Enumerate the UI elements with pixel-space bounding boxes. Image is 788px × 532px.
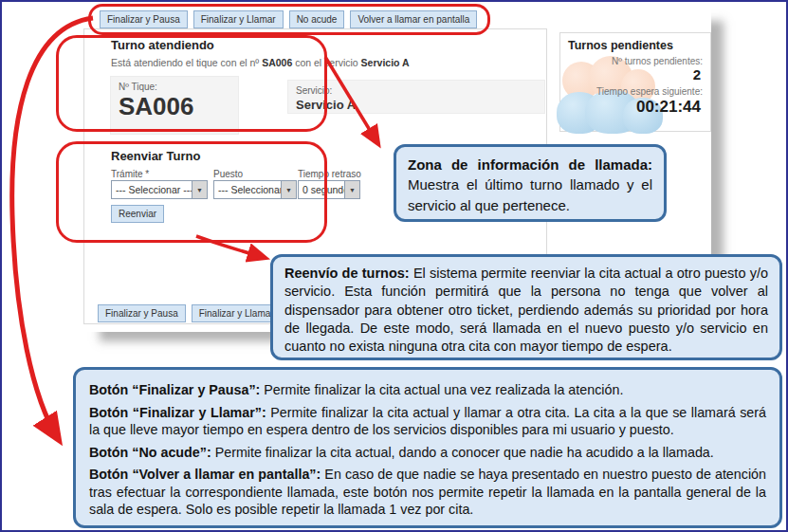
- pending-title: Turnos pendientes: [568, 39, 673, 52]
- pending-turns-panel: Turnos pendientes Nº turnos pendientes: …: [559, 32, 711, 132]
- top-toolbar: Finalizar y Pausa Finalizar y Llamar No …: [100, 10, 477, 28]
- puesto-value: --- Seleccionar ---: [214, 184, 281, 195]
- callout-text: Permite finalizar la cita actual, dando …: [211, 445, 714, 460]
- reenviar-button[interactable]: Reenviar: [111, 205, 164, 223]
- callout-reenvio-turnos: Reenvío de turnos: El sistema permite re…: [270, 254, 782, 360]
- pending-count-label: Nº turnos pendientes:: [612, 56, 703, 66]
- volver-llamar-button[interactable]: Volver a llamar en pantalla: [350, 10, 477, 28]
- callout-bold: Botón “No acude”:: [89, 445, 211, 460]
- attending-subtitle: Está atendiendo el tique con el nº SA006…: [111, 57, 410, 68]
- tramite-select[interactable]: --- Seleccionar --- ▼: [111, 180, 208, 199]
- wait-time-label: Tiempo espera siguiente:: [596, 86, 703, 97]
- finalizar-llamar-button[interactable]: Finalizar y Llamar: [193, 10, 284, 28]
- callout-bold: Botón “Volver a llamar en pantalla”:: [89, 467, 321, 482]
- callout-text: Permite finalizar la cita actual una vez…: [260, 382, 623, 397]
- wait-time-value: 00:21:44: [636, 98, 701, 117]
- callout-bold: Reenvío de turnos:: [284, 266, 410, 281]
- callout-text: Muestra el último turno llamado y el ser…: [408, 176, 652, 212]
- callout-bold: Botón “Finalizar y Llamar”:: [89, 405, 266, 420]
- pending-count-value: 2: [693, 66, 701, 83]
- callout-paragraph: Zona de información de llamada: Muestra …: [408, 155, 652, 215]
- callout-paragraph: Botón “Finalizar y Llamar”: Permite fina…: [89, 404, 766, 439]
- turno-atendiendo-title: Turno atendiendo: [111, 38, 214, 52]
- callout-paragraph: Reenvío de turnos: El sistema permite re…: [284, 265, 768, 356]
- subtitle-text: Está atendiendo el tique con el nº: [111, 57, 262, 68]
- puesto-select[interactable]: --- Seleccionar --- ▼: [213, 180, 297, 199]
- finalizar-pausa-button[interactable]: Finalizar y Pausa: [100, 10, 188, 28]
- callout-zona-informacion: Zona de información de llamada: Muestra …: [394, 144, 667, 222]
- puesto-label: Puesto: [213, 169, 243, 179]
- dropdown-arrow-icon: ▼: [344, 181, 359, 198]
- dropdown-arrow-icon: ▼: [192, 181, 207, 198]
- tramite-label: Trámite *: [111, 169, 149, 179]
- subtitle-service: Servicio A: [361, 57, 410, 68]
- callout-paragraph: Botón “Finalizar y Pausa”: Permite final…: [89, 381, 766, 399]
- manual-page: Finalizar y Pausa Finalizar y Llamar No …: [0, 0, 788, 532]
- ticket-number-box: Nº Tique: SA006: [110, 76, 239, 135]
- finalizar-llamar-button-bottom[interactable]: Finalizar y Llamar: [192, 304, 282, 322]
- callout-bold: Zona de información de llamada:: [408, 156, 652, 173]
- callout-botones: Botón “Finalizar y Pausa”: Permite final…: [73, 367, 782, 528]
- tiempo-retraso-select[interactable]: 0 segundos ▼: [298, 180, 360, 199]
- ticket-label: Nº Tique:: [119, 82, 230, 92]
- finalizar-pausa-button-bottom[interactable]: Finalizar y Pausa: [98, 304, 186, 322]
- callout-bold: Botón “Finalizar y Pausa”:: [89, 382, 260, 397]
- service-box: Servicio: Servicio A: [287, 80, 545, 114]
- subtitle-ticket: SA006: [262, 57, 292, 68]
- service-value: Servicio A: [296, 98, 356, 112]
- dropdown-arrow-icon: ▼: [281, 181, 296, 198]
- reenviar-turno-title: Reenviar Turno: [111, 149, 200, 163]
- callout-paragraph: Botón “Volver a llamar en pantalla”: En …: [89, 466, 766, 519]
- tramite-value: --- Seleccionar ---: [112, 184, 192, 195]
- ticket-value: SA006: [119, 92, 194, 120]
- callout-paragraph: Botón “No acude”: Permite finalizar la c…: [89, 444, 766, 462]
- no-acude-button[interactable]: No acude: [289, 10, 345, 28]
- tiempo-retraso-label: Tiempo retraso: [298, 169, 361, 179]
- service-label: Servicio:: [296, 85, 537, 96]
- tiempo-retraso-value: 0 segundos: [299, 184, 344, 195]
- subtitle-text2: con el servicio: [292, 57, 360, 68]
